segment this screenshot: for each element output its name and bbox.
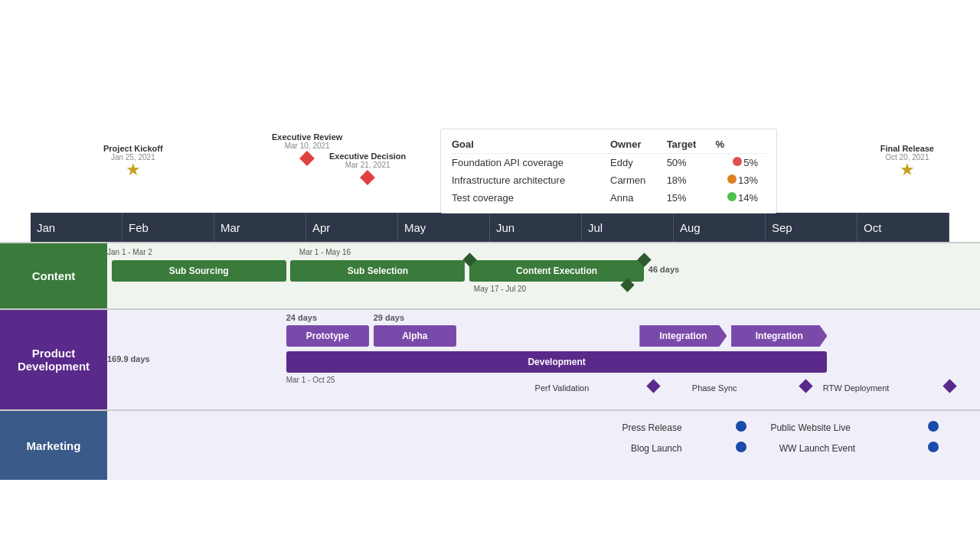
month-aug: Aug — [674, 213, 766, 242]
milestone-exec-decision: Executive Decision Mar 21, 2021 — [329, 152, 406, 186]
bar-prototype: Prototype — [286, 325, 369, 347]
month-may: May — [398, 213, 490, 242]
label-phase-sync: Phase Sync — [692, 383, 737, 393]
diamond-perf — [646, 379, 660, 393]
table-cell-owner: Eddy — [610, 154, 667, 172]
month-mar: Mar — [214, 213, 306, 242]
col-pct: % — [715, 135, 766, 154]
label-29days: 29 days — [374, 313, 404, 322]
bar-development: Development — [286, 351, 828, 373]
timeline-bar: JanFebMarAprMayJunJulAugSepOct — [31, 213, 949, 242]
col-target: Target — [667, 135, 716, 154]
table-cell-pct: 14% — [715, 189, 766, 207]
bar-sub-selection: Sub Selection — [290, 260, 465, 282]
info-table-container: Goal Owner Target % Foundation API cover… — [440, 129, 777, 214]
date-mar1-oct25: Mar 1 - Oct 25 — [286, 376, 335, 384]
table-cell-pct: 13% — [715, 171, 766, 189]
label-46days: 46 days — [648, 265, 679, 274]
col-owner: Owner — [610, 135, 667, 154]
bar-integration-2: Integration — [731, 325, 827, 347]
date-may17-jul20: May 17 - Jul 20 — [474, 285, 526, 293]
star-icon-kickoff: ★ — [103, 161, 163, 178]
status-dot — [733, 157, 742, 166]
table-cell-pct: 5% — [715, 154, 766, 172]
label-public-website: Public Website Live — [770, 422, 851, 433]
diamond-exec-decision — [360, 170, 375, 185]
table-cell-owner: Anna — [610, 189, 667, 207]
months-container: JanFebMarAprMayJunJulAugSepOct — [31, 213, 949, 242]
label-ww-launch: WW Launch Event — [779, 443, 855, 454]
table-cell-target: 15% — [667, 189, 716, 207]
label-24days: 24 days — [286, 313, 317, 322]
diamond-exec-review — [299, 151, 315, 166]
bar-content-execution: Content Execution — [469, 260, 644, 282]
date-jan1-mar2: Jan 1 - Mar 2 — [107, 248, 152, 256]
table-cell-owner: Carmen — [610, 171, 667, 189]
circle-blog-launch — [736, 442, 746, 452]
col-goal: Goal — [452, 135, 610, 154]
milestone-final-release: Final Release Oct 20, 2021 ★ — [880, 144, 934, 178]
table-cell-goal: Test coverage — [452, 189, 610, 207]
label-press-release: Press Release — [622, 422, 682, 433]
month-apr: Apr — [306, 213, 398, 242]
swimlane-marketing-label: Marketing — [0, 411, 107, 480]
goals-table: Goal Owner Target % Foundation API cover… — [452, 135, 766, 207]
label-blog-launch: Blog Launch — [631, 443, 682, 454]
label-perf-validation: Perf Validation — [535, 383, 590, 393]
label-rtw: RTW Deployment — [823, 383, 890, 393]
month-oct: Oct — [858, 213, 949, 242]
swimlane-product-body: 24 days 29 days Prototype Alpha Integrat… — [107, 310, 980, 409]
month-jan: Jan — [31, 213, 122, 242]
swimlane-content-label: Content — [0, 243, 107, 308]
label-169days: 169.9 days — [107, 354, 150, 364]
month-jul: Jul — [582, 213, 674, 242]
month-sep: Sep — [766, 213, 858, 242]
bar-sub-sourcing: Sub Sourcing — [112, 260, 286, 282]
swimlane-product: ProductDevelopment 24 days 29 days Proto… — [0, 308, 980, 409]
swimlane-marketing-body: Press Release Blog Launch Public Website… — [107, 411, 980, 480]
month-jun: Jun — [490, 213, 582, 242]
date-mar1-may16: Mar 1 - May 16 — [299, 248, 351, 256]
bar-integration-1: Integration — [639, 325, 727, 347]
circle-public-website — [928, 421, 939, 432]
swimlane-product-label: ProductDevelopment — [0, 310, 107, 409]
circle-press-release — [736, 421, 746, 432]
table-cell-target: 18% — [667, 171, 716, 189]
page: Goal Owner Target % Foundation API cover… — [0, 0, 980, 551]
swimlane-content-body: Jan 1 - Mar 2 Mar 1 - May 16 Sub Sourcin… — [107, 243, 980, 308]
diamond-phase — [799, 379, 813, 393]
swimlane-marketing: Marketing Press Release Blog Launch Publ… — [0, 409, 980, 480]
bar-alpha: Alpha — [374, 325, 456, 347]
swimlanes: Content Jan 1 - Mar 2 Mar 1 - May 16 Sub… — [0, 242, 980, 480]
diamond-rtw — [943, 379, 957, 393]
table-cell-goal: Infrastructure architecture — [452, 171, 610, 189]
month-feb: Feb — [122, 213, 214, 242]
milestone-kickoff: Project Kickoff Jan 25, 2021 ★ — [103, 144, 163, 178]
table-cell-target: 50% — [667, 154, 716, 172]
swimlane-content: Content Jan 1 - Mar 2 Mar 1 - May 16 Sub… — [0, 242, 980, 308]
status-dot — [727, 192, 737, 201]
circle-ww-launch — [928, 442, 939, 452]
table-cell-goal: Foundation API coverage — [452, 154, 610, 172]
status-dot — [727, 174, 737, 184]
star-icon-final: ★ — [880, 161, 934, 178]
